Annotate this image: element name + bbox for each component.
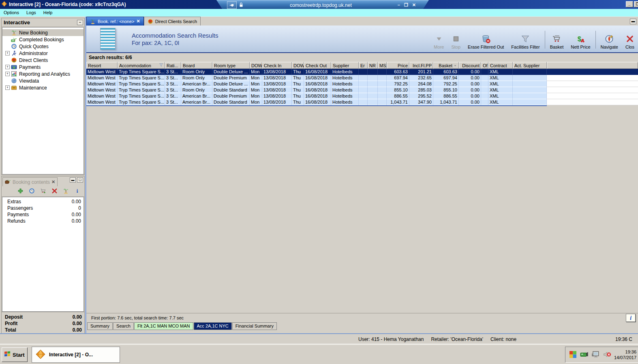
column-header-contract[interactable]: Contract [488,62,513,69]
cell-er [359,75,368,81]
expand-toggle-icon[interactable]: + [5,72,10,76]
workflow-tab-search[interactable]: Search [113,322,134,330]
cell-accommodation: Tryp Times Square S... [118,69,165,75]
column-header-check-in[interactable]: Check In [262,62,292,69]
column-header-ms[interactable]: MS [378,62,387,69]
table-row[interactable]: Midtown WestTryp Times Square S...3 St..… [86,93,638,99]
booking-contents-tab[interactable]: Booking contents ✕ [2,177,58,186]
tabstrip-minimize-button[interactable]: ▬ [630,19,636,24]
column-header-supplier[interactable]: Supplier [331,62,359,69]
booking-panel-minimize-button[interactable]: ▬ [70,177,76,183]
column-header-board[interactable]: Board [181,62,212,69]
sidebar-item-completed-bookings[interactable]: +Completed Bookings [2,36,83,43]
booking-panel-maximize-button[interactable]: ☐ [77,177,83,183]
booking-toolbar-palm-tree-button[interactable] [63,188,69,195]
expand-toggle-icon[interactable]: + [5,85,10,90]
window-restore-button[interactable]: ❐ [634,1,638,7]
column-header-er[interactable]: Er [359,62,368,69]
table-row[interactable]: Midtown WestTryp Times Square S...3 St..… [86,87,638,93]
taskbar-item-interactive[interactable]: Interactive [2] - O... [32,347,120,363]
toolbar-facilities-filter-button[interactable]: Facilities Filter [507,34,543,49]
toolbar-navigate-button[interactable]: Navigate [597,34,622,49]
sidebar-item-viewdata[interactable]: +Viewdata [2,77,83,84]
panel-collapse-button[interactable]: − [77,20,83,25]
table-row[interactable]: Midtown WestTryp Times Square S...3 St..… [86,75,638,81]
tab-close-icon[interactable]: ✕ [137,19,140,24]
tray-volume-muted-button[interactable] [603,350,611,360]
taskbar: Start Interactive [2] - O... 19:36 14/07… [0,344,638,364]
app-logo-icon [35,349,46,361]
sidebar-item-quick-quotes[interactable]: +Quick Quotes [2,43,83,50]
column-header-check-out[interactable]: Check Out [304,62,331,69]
cell-er [359,69,368,75]
tray-antivirus-grid-button[interactable] [569,350,577,360]
funnel-icon[interactable] [159,63,163,67]
workflow-tab-financial-summary[interactable]: Financial Summary [232,322,277,330]
booking-row-refunds[interactable]: Refunds0.00 [2,218,83,224]
tab-direct-clients-search[interactable]: Direct Clients Search [144,17,201,26]
sidebar-item-reporting-and-analytics[interactable]: +Reporting and Analytics [2,70,83,77]
table-row[interactable]: Midtown WestTryp Times Square S...3 St..… [86,69,638,75]
booking-toolbar-delete-x-button[interactable] [51,188,58,195]
cell-incl-fl-pp: 285.03 [409,87,433,93]
booking-toolbar-info-i-button[interactable]: i [74,188,80,195]
toolbar-nett-price-button[interactable]: $Nett Price [567,34,594,49]
toolbar-erase-filtered-out-button[interactable]: Erase Filtered Out [464,34,507,49]
tab-book-ref-none[interactable]: Book. ref.: <none>✕ [86,17,144,26]
expand-toggle-icon[interactable]: + [5,65,10,69]
column-header-incl-fl-pp[interactable]: Incl.Fl.PP [409,62,433,69]
cell-of [481,69,488,75]
column-header-discount[interactable]: Discount [459,62,481,69]
menu-options[interactable]: Options [0,9,23,16]
rdp-close-button[interactable]: ✕ [412,2,416,8]
booking-toolbar-quick-quotes-clock-button[interactable] [29,188,35,195]
column-header-accommodation[interactable]: Accommodation [118,62,165,69]
sidebar-item-maintenance[interactable]: +Maintenance [2,84,83,91]
expand-toggle-icon[interactable]: + [5,51,10,55]
sidebar-item-administrator[interactable]: +Administrator [2,50,83,57]
sort-desc-icon [453,64,457,68]
workflow-tab-flt-2a-1c-man-mco-man[interactable]: Flt 2A,1C MAN MCO MAN [134,322,193,330]
sidebar-tree: +New Booking+Completed Bookings+Quick Qu… [2,27,84,175]
sidebar-item-direct-clients[interactable]: +Direct Clients [2,57,83,64]
booking-contents-close-icon[interactable]: ✕ [51,179,55,185]
workflow-tab-summary[interactable]: Summary [87,322,113,330]
booking-toolbar-basket-move-button[interactable] [40,188,46,195]
rdp-pin-button[interactable] [227,1,237,9]
sidebar-item-payments[interactable]: +Payments [2,64,83,70]
cell-accommodation: Tryp Times Square S... [118,93,165,99]
tray-remote-desktop-button[interactable] [591,350,600,360]
start-button[interactable]: Start [2,347,28,362]
booking-row-payments[interactable]: Payments0.00 [2,211,83,218]
cell-filler [547,69,638,75]
toolbar-clos-button[interactable]: Clos [622,34,638,49]
column-header-dow[interactable]: DOW [250,62,262,69]
palm-tree-icon [11,30,17,36]
sidebar-item-new-booking[interactable]: +New Booking [2,29,83,36]
menu-help[interactable]: Help [40,9,56,16]
table-row[interactable]: Midtown WestTryp Times Square S...3 St..… [86,99,638,105]
column-header-act-supplier[interactable]: Act. Supplier [513,62,547,69]
column-header-resort[interactable]: Resort [86,62,118,69]
workflow-tab-acc-2a-1c-nyc[interactable]: Acc 2A,1C NYC [194,322,232,330]
booking-row-passengers[interactable]: Passengers0 [2,205,83,211]
window-minimize-button[interactable]: _ [626,1,633,7]
table-row[interactable]: Midtown WestTryp Times Square S...3 St..… [86,81,638,87]
column-header-rati[interactable]: Rati... [165,62,181,69]
rdp-minimize-button[interactable]: – [398,2,400,8]
rdp-restore-button[interactable]: ❐ [404,2,408,8]
column-header-of[interactable]: Of [481,62,488,69]
menu-logs[interactable]: Logs [23,9,40,16]
info-button[interactable]: i [626,314,636,322]
tray-network-card-button[interactable] [580,350,589,360]
column-header-nr[interactable]: NR [368,62,378,69]
column-header-dow[interactable]: DOW [292,62,304,69]
cell-price: 697.94 [387,75,409,81]
column-header-basket[interactable]: Basket [433,62,459,69]
booking-row-extras[interactable]: Extras0.00 [2,198,83,205]
column-header-room-type[interactable]: Room type [212,62,250,69]
toolbar-basket-button[interactable]: Basket [546,34,567,49]
booking-toolbar-add-plus-button[interactable] [17,188,24,195]
cell-check-out: 16/08/2018 [304,69,331,75]
column-header-price[interactable]: Price [387,62,409,69]
